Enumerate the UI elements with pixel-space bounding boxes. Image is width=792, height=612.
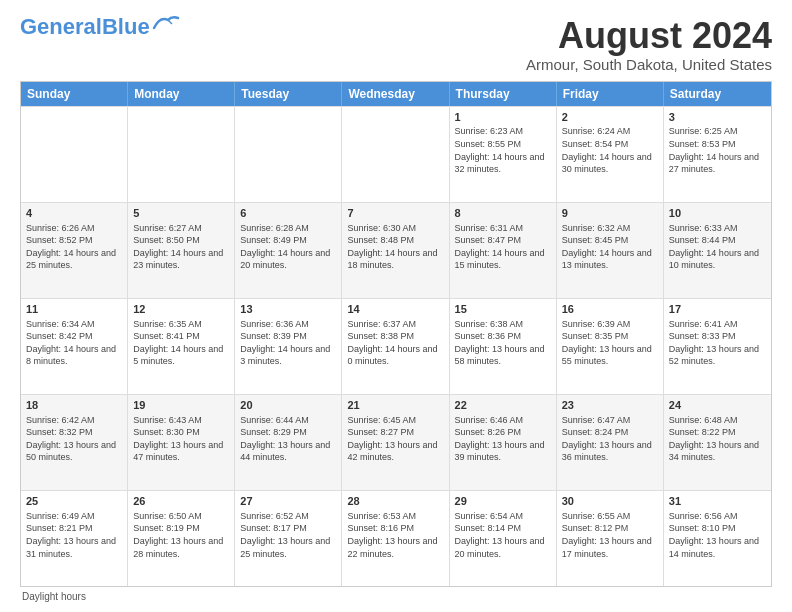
header-friday: Friday	[557, 82, 664, 106]
logo-general: General	[20, 14, 102, 39]
day-info-1: Sunrise: 6:23 AM Sunset: 8:55 PM Dayligh…	[455, 125, 551, 175]
day-number-3: 3	[669, 110, 766, 125]
cal-cell-r0-c4: 1Sunrise: 6:23 AM Sunset: 8:55 PM Daylig…	[450, 107, 557, 202]
cal-cell-r0-c2	[235, 107, 342, 202]
cal-cell-r0-c1	[128, 107, 235, 202]
cal-cell-r1-c4: 8Sunrise: 6:31 AM Sunset: 8:47 PM Daylig…	[450, 203, 557, 298]
day-info-27: Sunrise: 6:52 AM Sunset: 8:17 PM Dayligh…	[240, 510, 336, 560]
cal-cell-r0-c0	[21, 107, 128, 202]
day-info-26: Sunrise: 6:50 AM Sunset: 8:19 PM Dayligh…	[133, 510, 229, 560]
day-number-16: 16	[562, 302, 658, 317]
day-number-30: 30	[562, 494, 658, 509]
cal-cell-r1-c5: 9Sunrise: 6:32 AM Sunset: 8:45 PM Daylig…	[557, 203, 664, 298]
cal-cell-r3-c1: 19Sunrise: 6:43 AM Sunset: 8:30 PM Dayli…	[128, 395, 235, 490]
cal-cell-r1-c2: 6Sunrise: 6:28 AM Sunset: 8:49 PM Daylig…	[235, 203, 342, 298]
cal-cell-r2-c2: 13Sunrise: 6:36 AM Sunset: 8:39 PM Dayli…	[235, 299, 342, 394]
day-number-29: 29	[455, 494, 551, 509]
day-number-7: 7	[347, 206, 443, 221]
calendar-row-1: 4Sunrise: 6:26 AM Sunset: 8:52 PM Daylig…	[21, 202, 771, 298]
day-info-23: Sunrise: 6:47 AM Sunset: 8:24 PM Dayligh…	[562, 414, 658, 464]
cal-cell-r3-c2: 20Sunrise: 6:44 AM Sunset: 8:29 PM Dayli…	[235, 395, 342, 490]
header-saturday: Saturday	[664, 82, 771, 106]
cal-cell-r1-c6: 10Sunrise: 6:33 AM Sunset: 8:44 PM Dayli…	[664, 203, 771, 298]
header-tuesday: Tuesday	[235, 82, 342, 106]
cal-cell-r4-c1: 26Sunrise: 6:50 AM Sunset: 8:19 PM Dayli…	[128, 491, 235, 586]
calendar: Sunday Monday Tuesday Wednesday Thursday…	[20, 81, 772, 587]
day-info-25: Sunrise: 6:49 AM Sunset: 8:21 PM Dayligh…	[26, 510, 122, 560]
day-number-20: 20	[240, 398, 336, 413]
day-info-6: Sunrise: 6:28 AM Sunset: 8:49 PM Dayligh…	[240, 222, 336, 272]
day-info-29: Sunrise: 6:54 AM Sunset: 8:14 PM Dayligh…	[455, 510, 551, 560]
day-number-23: 23	[562, 398, 658, 413]
day-info-14: Sunrise: 6:37 AM Sunset: 8:38 PM Dayligh…	[347, 318, 443, 368]
cal-cell-r2-c6: 17Sunrise: 6:41 AM Sunset: 8:33 PM Dayli…	[664, 299, 771, 394]
day-number-26: 26	[133, 494, 229, 509]
cal-cell-r3-c6: 24Sunrise: 6:48 AM Sunset: 8:22 PM Dayli…	[664, 395, 771, 490]
cal-cell-r3-c4: 22Sunrise: 6:46 AM Sunset: 8:26 PM Dayli…	[450, 395, 557, 490]
cal-cell-r4-c4: 29Sunrise: 6:54 AM Sunset: 8:14 PM Dayli…	[450, 491, 557, 586]
cal-cell-r0-c6: 3Sunrise: 6:25 AM Sunset: 8:53 PM Daylig…	[664, 107, 771, 202]
calendar-row-2: 11Sunrise: 6:34 AM Sunset: 8:42 PM Dayli…	[21, 298, 771, 394]
cal-cell-r2-c0: 11Sunrise: 6:34 AM Sunset: 8:42 PM Dayli…	[21, 299, 128, 394]
subtitle: Armour, South Dakota, United States	[526, 56, 772, 73]
logo-bird-icon	[152, 14, 180, 32]
day-number-22: 22	[455, 398, 551, 413]
day-info-13: Sunrise: 6:36 AM Sunset: 8:39 PM Dayligh…	[240, 318, 336, 368]
day-number-14: 14	[347, 302, 443, 317]
cal-cell-r4-c5: 30Sunrise: 6:55 AM Sunset: 8:12 PM Dayli…	[557, 491, 664, 586]
calendar-header: Sunday Monday Tuesday Wednesday Thursday…	[21, 82, 771, 106]
day-info-8: Sunrise: 6:31 AM Sunset: 8:47 PM Dayligh…	[455, 222, 551, 272]
page: GeneralBlue August 2024 Armour, South Da…	[0, 0, 792, 612]
day-number-21: 21	[347, 398, 443, 413]
day-info-20: Sunrise: 6:44 AM Sunset: 8:29 PM Dayligh…	[240, 414, 336, 464]
cal-cell-r3-c0: 18Sunrise: 6:42 AM Sunset: 8:32 PM Dayli…	[21, 395, 128, 490]
calendar-row-4: 25Sunrise: 6:49 AM Sunset: 8:21 PM Dayli…	[21, 490, 771, 586]
day-number-27: 27	[240, 494, 336, 509]
logo: GeneralBlue	[20, 16, 180, 38]
day-info-11: Sunrise: 6:34 AM Sunset: 8:42 PM Dayligh…	[26, 318, 122, 368]
day-number-11: 11	[26, 302, 122, 317]
logo-text: GeneralBlue	[20, 16, 150, 38]
day-info-4: Sunrise: 6:26 AM Sunset: 8:52 PM Dayligh…	[26, 222, 122, 272]
day-number-15: 15	[455, 302, 551, 317]
cal-cell-r1-c1: 5Sunrise: 6:27 AM Sunset: 8:50 PM Daylig…	[128, 203, 235, 298]
cal-cell-r4-c0: 25Sunrise: 6:49 AM Sunset: 8:21 PM Dayli…	[21, 491, 128, 586]
day-number-24: 24	[669, 398, 766, 413]
header-thursday: Thursday	[450, 82, 557, 106]
day-number-6: 6	[240, 206, 336, 221]
day-number-9: 9	[562, 206, 658, 221]
day-info-12: Sunrise: 6:35 AM Sunset: 8:41 PM Dayligh…	[133, 318, 229, 368]
day-info-9: Sunrise: 6:32 AM Sunset: 8:45 PM Dayligh…	[562, 222, 658, 272]
day-info-17: Sunrise: 6:41 AM Sunset: 8:33 PM Dayligh…	[669, 318, 766, 368]
header-wednesday: Wednesday	[342, 82, 449, 106]
calendar-body: 1Sunrise: 6:23 AM Sunset: 8:55 PM Daylig…	[21, 106, 771, 586]
cal-cell-r4-c3: 28Sunrise: 6:53 AM Sunset: 8:16 PM Dayli…	[342, 491, 449, 586]
header-monday: Monday	[128, 82, 235, 106]
day-number-17: 17	[669, 302, 766, 317]
cal-cell-r2-c1: 12Sunrise: 6:35 AM Sunset: 8:41 PM Dayli…	[128, 299, 235, 394]
day-number-19: 19	[133, 398, 229, 413]
day-number-1: 1	[455, 110, 551, 125]
cal-cell-r4-c6: 31Sunrise: 6:56 AM Sunset: 8:10 PM Dayli…	[664, 491, 771, 586]
cal-cell-r0-c5: 2Sunrise: 6:24 AM Sunset: 8:54 PM Daylig…	[557, 107, 664, 202]
day-number-5: 5	[133, 206, 229, 221]
day-info-21: Sunrise: 6:45 AM Sunset: 8:27 PM Dayligh…	[347, 414, 443, 464]
cal-cell-r3-c5: 23Sunrise: 6:47 AM Sunset: 8:24 PM Dayli…	[557, 395, 664, 490]
day-number-8: 8	[455, 206, 551, 221]
day-number-13: 13	[240, 302, 336, 317]
day-info-3: Sunrise: 6:25 AM Sunset: 8:53 PM Dayligh…	[669, 125, 766, 175]
day-info-10: Sunrise: 6:33 AM Sunset: 8:44 PM Dayligh…	[669, 222, 766, 272]
day-info-19: Sunrise: 6:43 AM Sunset: 8:30 PM Dayligh…	[133, 414, 229, 464]
day-number-31: 31	[669, 494, 766, 509]
day-number-25: 25	[26, 494, 122, 509]
day-info-28: Sunrise: 6:53 AM Sunset: 8:16 PM Dayligh…	[347, 510, 443, 560]
day-info-24: Sunrise: 6:48 AM Sunset: 8:22 PM Dayligh…	[669, 414, 766, 464]
day-number-10: 10	[669, 206, 766, 221]
cal-cell-r0-c3	[342, 107, 449, 202]
calendar-row-3: 18Sunrise: 6:42 AM Sunset: 8:32 PM Dayli…	[21, 394, 771, 490]
calendar-row-0: 1Sunrise: 6:23 AM Sunset: 8:55 PM Daylig…	[21, 106, 771, 202]
day-number-18: 18	[26, 398, 122, 413]
title-block: August 2024 Armour, South Dakota, United…	[526, 16, 772, 73]
cal-cell-r2-c4: 15Sunrise: 6:38 AM Sunset: 8:36 PM Dayli…	[450, 299, 557, 394]
day-info-15: Sunrise: 6:38 AM Sunset: 8:36 PM Dayligh…	[455, 318, 551, 368]
